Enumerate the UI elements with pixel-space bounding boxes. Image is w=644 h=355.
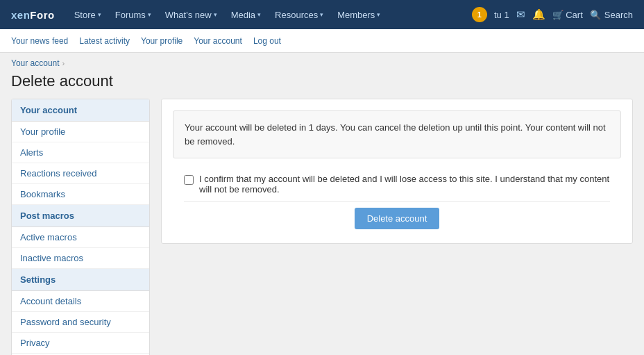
top-nav: xenForo Store ▾ Forums ▾ What's new ▾ Me… bbox=[0, 0, 644, 29]
chevron-down-icon: ▾ bbox=[320, 11, 323, 18]
logo[interactable]: xenForo bbox=[11, 9, 55, 21]
logo-xen: xen bbox=[11, 9, 30, 21]
confirm-row: I confirm that my account will be delete… bbox=[173, 167, 621, 201]
sidebar-item-privacy[interactable]: Privacy bbox=[12, 333, 149, 354]
secondary-nav: Your news feed Latest activity Your prof… bbox=[0, 29, 644, 53]
nav-resources[interactable]: Resources ▾ bbox=[268, 0, 330, 29]
chevron-down-icon: ▾ bbox=[214, 11, 217, 18]
sidebar-item-bookmarks[interactable]: Bookmarks bbox=[12, 184, 149, 205]
user-badge[interactable]: 1 bbox=[472, 7, 487, 22]
nav-whats-new[interactable]: What's new ▾ bbox=[158, 0, 224, 29]
delete-btn-row: Delete account bbox=[173, 202, 621, 232]
sidebar-section-settings: Settings bbox=[12, 269, 149, 291]
nav-forums[interactable]: Forums ▾ bbox=[108, 0, 158, 29]
confirm-checkbox[interactable] bbox=[184, 175, 194, 185]
secondary-nav-your-account[interactable]: Your account bbox=[194, 36, 242, 46]
page-title: Delete account bbox=[0, 71, 644, 99]
breadcrumb-separator: › bbox=[62, 59, 65, 67]
sidebar-item-active-macros[interactable]: Active macros bbox=[12, 227, 149, 248]
sidebar-item-inactive-macros[interactable]: Inactive macros bbox=[12, 248, 149, 269]
delete-account-button[interactable]: Delete account bbox=[355, 208, 440, 229]
chevron-down-icon: ▾ bbox=[98, 11, 101, 18]
chevron-down-icon: ▾ bbox=[257, 11, 261, 18]
chevron-down-icon: ▾ bbox=[377, 11, 380, 18]
info-text: Your account will be deleted in 1 days. … bbox=[185, 121, 609, 148]
nav-store[interactable]: Store ▾ bbox=[67, 0, 108, 29]
sidebar-item-account-details[interactable]: Account details bbox=[12, 291, 149, 312]
secondary-nav-log-out[interactable]: Log out bbox=[253, 36, 281, 46]
main-layout: Your account Your profile Alerts Reactio… bbox=[0, 99, 644, 355]
info-box: Your account will be deleted in 1 days. … bbox=[173, 110, 621, 158]
sidebar-item-password-security[interactable]: Password and security bbox=[12, 312, 149, 333]
bell-icon[interactable]: 🔔 bbox=[532, 8, 545, 21]
search-button[interactable]: 🔍 Search bbox=[590, 10, 633, 20]
sidebar-item-reactions-received[interactable]: Reactions received bbox=[12, 163, 149, 184]
nav-items: Store ▾ Forums ▾ What's new ▾ Media ▾ Re… bbox=[67, 0, 472, 29]
search-icon: 🔍 bbox=[590, 10, 601, 20]
secondary-nav-news-feed[interactable]: Your news feed bbox=[11, 36, 68, 46]
sidebar-item-your-profile[interactable]: Your profile bbox=[12, 122, 149, 142]
sidebar-section-your-account: Your account bbox=[12, 99, 149, 122]
username-label[interactable]: tu 1 bbox=[494, 10, 509, 20]
content-panel: Your account will be deleted in 1 days. … bbox=[161, 99, 633, 244]
chevron-down-icon: ▾ bbox=[148, 11, 151, 18]
breadcrumb: Your account › bbox=[0, 53, 644, 71]
cart-label[interactable]: 🛒 Cart bbox=[552, 10, 583, 20]
nav-members[interactable]: Members ▾ bbox=[330, 0, 387, 29]
secondary-nav-your-profile[interactable]: Your profile bbox=[141, 36, 183, 46]
confirm-text: I confirm that my account will be delete… bbox=[199, 174, 610, 195]
nav-media[interactable]: Media ▾ bbox=[224, 0, 268, 29]
logo-foro: Foro bbox=[30, 9, 54, 21]
sidebar: Your account Your profile Alerts Reactio… bbox=[11, 99, 150, 355]
mail-icon[interactable]: ✉ bbox=[516, 8, 525, 21]
sidebar-section-post-macros: Post macros bbox=[12, 205, 149, 227]
sidebar-item-alerts[interactable]: Alerts bbox=[12, 142, 149, 163]
nav-right: 1 tu 1 ✉ 🔔 🛒 Cart 🔍 Search bbox=[472, 7, 633, 22]
secondary-nav-latest-activity[interactable]: Latest activity bbox=[79, 36, 130, 46]
breadcrumb-link[interactable]: Your account bbox=[11, 58, 60, 68]
